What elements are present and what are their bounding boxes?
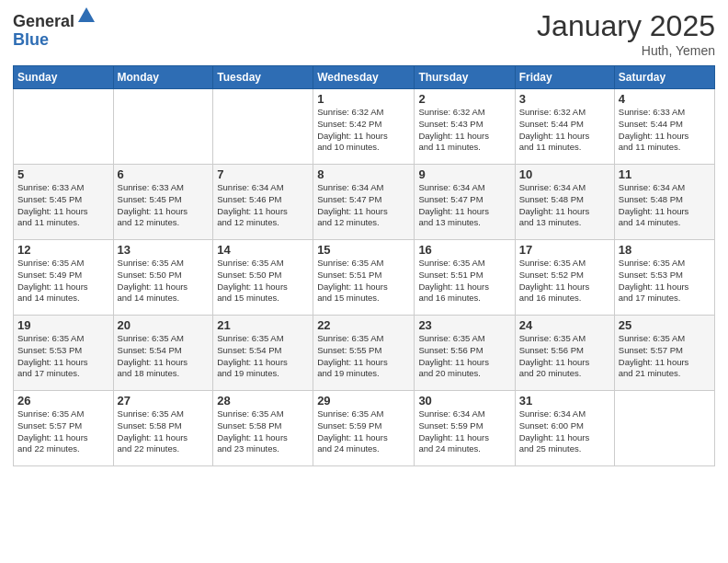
calendar-cell: 23Sunrise: 6:35 AM Sunset: 5:56 PM Dayli… [415, 316, 515, 391]
day-number: 17 [519, 243, 610, 257]
day-number: 15 [317, 243, 410, 257]
calendar-cell [614, 391, 714, 466]
calendar-cell: 20Sunrise: 6:35 AM Sunset: 5:54 PM Dayli… [113, 316, 213, 391]
calendar-week-5: 26Sunrise: 6:35 AM Sunset: 5:57 PM Dayli… [14, 391, 715, 466]
calendar-cell: 22Sunrise: 6:35 AM Sunset: 5:55 PM Dayli… [313, 316, 415, 391]
day-info: Sunrise: 6:34 AM Sunset: 5:48 PM Dayligh… [519, 182, 610, 229]
day-info: Sunrise: 6:35 AM Sunset: 5:56 PM Dayligh… [418, 333, 510, 380]
day-info: Sunrise: 6:34 AM Sunset: 6:00 PM Dayligh… [519, 408, 610, 455]
day-number: 23 [418, 318, 510, 332]
calendar-cell: 18Sunrise: 6:35 AM Sunset: 5:53 PM Dayli… [614, 240, 714, 316]
calendar-cell [14, 89, 114, 165]
calendar-week-4: 19Sunrise: 6:35 AM Sunset: 5:53 PM Dayli… [14, 316, 715, 391]
day-number: 6 [118, 167, 210, 181]
month-title: January 2025 [537, 9, 715, 43]
calendar-cell: 30Sunrise: 6:34 AM Sunset: 5:59 PM Dayli… [415, 391, 515, 466]
day-info: Sunrise: 6:32 AM Sunset: 5:42 PM Dayligh… [317, 107, 410, 154]
day-number: 26 [17, 394, 109, 408]
logo-blue-text: Blue [13, 31, 97, 50]
day-number: 1 [317, 92, 410, 106]
day-info: Sunrise: 6:35 AM Sunset: 5:54 PM Dayligh… [118, 333, 210, 380]
calendar-cell: 17Sunrise: 6:35 AM Sunset: 5:52 PM Dayli… [515, 240, 614, 316]
day-info: Sunrise: 6:35 AM Sunset: 5:58 PM Dayligh… [118, 408, 210, 455]
day-info: Sunrise: 6:35 AM Sunset: 5:57 PM Dayligh… [619, 333, 711, 380]
calendar-cell: 1Sunrise: 6:32 AM Sunset: 5:42 PM Daylig… [313, 89, 415, 165]
day-number: 12 [17, 243, 109, 257]
calendar-cell: 8Sunrise: 6:34 AM Sunset: 5:47 PM Daylig… [313, 165, 415, 240]
day-info: Sunrise: 6:33 AM Sunset: 5:44 PM Dayligh… [619, 107, 711, 154]
calendar-cell: 31Sunrise: 6:34 AM Sunset: 6:00 PM Dayli… [515, 391, 614, 466]
day-info: Sunrise: 6:34 AM Sunset: 5:47 PM Dayligh… [418, 182, 510, 229]
day-number: 5 [17, 167, 109, 181]
day-number: 11 [619, 167, 711, 181]
calendar-cell: 29Sunrise: 6:35 AM Sunset: 5:59 PM Dayli… [313, 391, 415, 466]
day-number: 28 [217, 394, 309, 408]
calendar-cell: 4Sunrise: 6:33 AM Sunset: 5:44 PM Daylig… [614, 89, 714, 165]
calendar-cell: 19Sunrise: 6:35 AM Sunset: 5:53 PM Dayli… [14, 316, 114, 391]
logo-general-text: General [13, 13, 74, 31]
day-info: Sunrise: 6:32 AM Sunset: 5:44 PM Dayligh… [519, 107, 610, 154]
day-info: Sunrise: 6:35 AM Sunset: 5:57 PM Dayligh… [17, 408, 109, 455]
calendar-cell: 26Sunrise: 6:35 AM Sunset: 5:57 PM Dayli… [14, 391, 114, 466]
day-info: Sunrise: 6:34 AM Sunset: 5:48 PM Dayligh… [619, 182, 711, 229]
day-info: Sunrise: 6:34 AM Sunset: 5:59 PM Dayligh… [418, 408, 510, 455]
day-info: Sunrise: 6:35 AM Sunset: 5:58 PM Dayligh… [217, 408, 309, 455]
calendar-cell: 3Sunrise: 6:32 AM Sunset: 5:44 PM Daylig… [515, 89, 614, 165]
day-info: Sunrise: 6:34 AM Sunset: 5:47 PM Dayligh… [317, 182, 410, 229]
page-header: General Blue January 2025 Huth, Yemen [13, 9, 715, 58]
title-block: January 2025 Huth, Yemen [537, 9, 715, 58]
calendar-cell: 12Sunrise: 6:35 AM Sunset: 5:49 PM Dayli… [14, 240, 114, 316]
calendar-week-2: 5Sunrise: 6:33 AM Sunset: 5:45 PM Daylig… [14, 165, 715, 240]
day-info: Sunrise: 6:35 AM Sunset: 5:51 PM Dayligh… [418, 258, 510, 304]
weekday-header-monday: Monday [113, 66, 213, 89]
calendar-cell: 16Sunrise: 6:35 AM Sunset: 5:51 PM Dayli… [415, 240, 515, 316]
weekday-header-tuesday: Tuesday [213, 66, 313, 89]
weekday-header-saturday: Saturday [614, 66, 714, 89]
day-info: Sunrise: 6:35 AM Sunset: 5:53 PM Dayligh… [17, 333, 109, 380]
weekday-header-wednesday: Wednesday [313, 66, 415, 89]
calendar-week-1: 1Sunrise: 6:32 AM Sunset: 5:42 PM Daylig… [14, 89, 715, 165]
day-number: 27 [118, 394, 210, 408]
day-number: 21 [217, 318, 309, 332]
day-info: Sunrise: 6:33 AM Sunset: 5:45 PM Dayligh… [17, 182, 109, 229]
page-container: General Blue January 2025 Huth, Yemen Su… [0, 0, 728, 563]
calendar-cell: 2Sunrise: 6:32 AM Sunset: 5:43 PM Daylig… [415, 89, 515, 165]
weekday-header-sunday: Sunday [14, 66, 114, 89]
day-number: 18 [619, 243, 711, 257]
day-info: Sunrise: 6:35 AM Sunset: 5:52 PM Dayligh… [519, 258, 610, 304]
logo-text: General Blue [13, 13, 97, 50]
day-number: 31 [519, 394, 610, 408]
day-number: 10 [519, 167, 610, 181]
day-info: Sunrise: 6:35 AM Sunset: 5:59 PM Dayligh… [317, 408, 410, 455]
calendar-cell [113, 89, 213, 165]
calendar-cell: 11Sunrise: 6:34 AM Sunset: 5:48 PM Dayli… [614, 165, 714, 240]
calendar-cell: 9Sunrise: 6:34 AM Sunset: 5:47 PM Daylig… [415, 165, 515, 240]
day-info: Sunrise: 6:32 AM Sunset: 5:43 PM Dayligh… [418, 107, 510, 154]
day-info: Sunrise: 6:33 AM Sunset: 5:45 PM Dayligh… [118, 182, 210, 229]
calendar-cell: 15Sunrise: 6:35 AM Sunset: 5:51 PM Dayli… [313, 240, 415, 316]
calendar-table: SundayMondayTuesdayWednesdayThursdayFrid… [13, 65, 715, 466]
day-number: 3 [519, 92, 610, 106]
logo: General Blue [13, 13, 97, 50]
calendar-cell: 5Sunrise: 6:33 AM Sunset: 5:45 PM Daylig… [14, 165, 114, 240]
day-number: 30 [418, 394, 510, 408]
day-info: Sunrise: 6:35 AM Sunset: 5:54 PM Dayligh… [217, 333, 309, 380]
logo-icon [76, 6, 97, 26]
day-number: 9 [418, 167, 510, 181]
calendar-week-3: 12Sunrise: 6:35 AM Sunset: 5:49 PM Dayli… [14, 240, 715, 316]
day-number: 16 [418, 243, 510, 257]
day-number: 13 [118, 243, 210, 257]
day-number: 24 [519, 318, 610, 332]
weekday-header-friday: Friday [515, 66, 614, 89]
day-info: Sunrise: 6:35 AM Sunset: 5:56 PM Dayligh… [519, 333, 610, 380]
calendar-cell: 24Sunrise: 6:35 AM Sunset: 5:56 PM Dayli… [515, 316, 614, 391]
day-number: 29 [317, 394, 410, 408]
day-info: Sunrise: 6:35 AM Sunset: 5:51 PM Dayligh… [317, 258, 410, 304]
day-number: 2 [418, 92, 510, 106]
weekday-header-row: SundayMondayTuesdayWednesdayThursdayFrid… [14, 66, 715, 89]
calendar-cell: 14Sunrise: 6:35 AM Sunset: 5:50 PM Dayli… [213, 240, 313, 316]
day-info: Sunrise: 6:35 AM Sunset: 5:50 PM Dayligh… [118, 258, 210, 304]
day-number: 25 [619, 318, 711, 332]
calendar-cell: 10Sunrise: 6:34 AM Sunset: 5:48 PM Dayli… [515, 165, 614, 240]
location-text: Huth, Yemen [537, 43, 715, 58]
